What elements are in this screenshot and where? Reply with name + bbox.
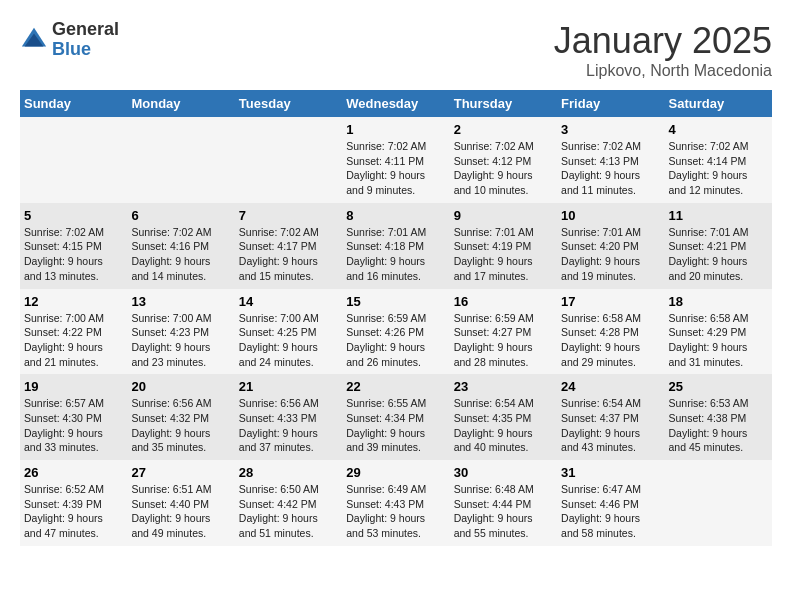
day-number: 16 — [454, 294, 553, 309]
calendar-cell: 4Sunrise: 7:02 AMSunset: 4:14 PMDaylight… — [665, 117, 772, 203]
logo-icon — [20, 26, 48, 54]
day-number: 14 — [239, 294, 338, 309]
day-info: Sunrise: 6:59 AMSunset: 4:26 PMDaylight:… — [346, 311, 445, 370]
day-info: Sunrise: 6:54 AMSunset: 4:37 PMDaylight:… — [561, 396, 660, 455]
calendar-cell: 23Sunrise: 6:54 AMSunset: 4:35 PMDayligh… — [450, 374, 557, 460]
day-info: Sunrise: 6:47 AMSunset: 4:46 PMDaylight:… — [561, 482, 660, 541]
day-number: 9 — [454, 208, 553, 223]
day-info: Sunrise: 7:02 AMSunset: 4:11 PMDaylight:… — [346, 139, 445, 198]
day-number: 28 — [239, 465, 338, 480]
calendar-cell: 17Sunrise: 6:58 AMSunset: 4:28 PMDayligh… — [557, 289, 664, 375]
calendar-cell: 8Sunrise: 7:01 AMSunset: 4:18 PMDaylight… — [342, 203, 449, 289]
calendar-cell: 9Sunrise: 7:01 AMSunset: 4:19 PMDaylight… — [450, 203, 557, 289]
day-number: 19 — [24, 379, 123, 394]
page-header: General Blue January 2025 Lipkovo, North… — [20, 20, 772, 80]
calendar-cell: 12Sunrise: 7:00 AMSunset: 4:22 PMDayligh… — [20, 289, 127, 375]
day-info: Sunrise: 7:01 AMSunset: 4:18 PMDaylight:… — [346, 225, 445, 284]
day-info: Sunrise: 6:55 AMSunset: 4:34 PMDaylight:… — [346, 396, 445, 455]
day-info: Sunrise: 6:53 AMSunset: 4:38 PMDaylight:… — [669, 396, 768, 455]
day-info: Sunrise: 6:54 AMSunset: 4:35 PMDaylight:… — [454, 396, 553, 455]
day-number: 23 — [454, 379, 553, 394]
calendar-table: SundayMondayTuesdayWednesdayThursdayFrid… — [20, 90, 772, 546]
calendar-subtitle: Lipkovo, North Macedonia — [554, 62, 772, 80]
day-number: 1 — [346, 122, 445, 137]
calendar-cell: 18Sunrise: 6:58 AMSunset: 4:29 PMDayligh… — [665, 289, 772, 375]
calendar-cell: 15Sunrise: 6:59 AMSunset: 4:26 PMDayligh… — [342, 289, 449, 375]
day-number: 3 — [561, 122, 660, 137]
calendar-cell: 27Sunrise: 6:51 AMSunset: 4:40 PMDayligh… — [127, 460, 234, 546]
day-info: Sunrise: 6:48 AMSunset: 4:44 PMDaylight:… — [454, 482, 553, 541]
day-info: Sunrise: 6:57 AMSunset: 4:30 PMDaylight:… — [24, 396, 123, 455]
calendar-cell: 16Sunrise: 6:59 AMSunset: 4:27 PMDayligh… — [450, 289, 557, 375]
calendar-cell: 26Sunrise: 6:52 AMSunset: 4:39 PMDayligh… — [20, 460, 127, 546]
day-info: Sunrise: 7:00 AMSunset: 4:25 PMDaylight:… — [239, 311, 338, 370]
day-number: 17 — [561, 294, 660, 309]
day-number: 24 — [561, 379, 660, 394]
weekday-header-row: SundayMondayTuesdayWednesdayThursdayFrid… — [20, 90, 772, 117]
day-info: Sunrise: 6:50 AMSunset: 4:42 PMDaylight:… — [239, 482, 338, 541]
day-info: Sunrise: 6:58 AMSunset: 4:28 PMDaylight:… — [561, 311, 660, 370]
calendar-cell: 7Sunrise: 7:02 AMSunset: 4:17 PMDaylight… — [235, 203, 342, 289]
logo-text-general: General — [52, 20, 119, 40]
week-row-1: 1Sunrise: 7:02 AMSunset: 4:11 PMDaylight… — [20, 117, 772, 203]
calendar-cell — [235, 117, 342, 203]
calendar-cell: 28Sunrise: 6:50 AMSunset: 4:42 PMDayligh… — [235, 460, 342, 546]
calendar-cell: 1Sunrise: 7:02 AMSunset: 4:11 PMDaylight… — [342, 117, 449, 203]
day-number: 2 — [454, 122, 553, 137]
logo-text-blue: Blue — [52, 40, 119, 60]
day-info: Sunrise: 6:52 AMSunset: 4:39 PMDaylight:… — [24, 482, 123, 541]
calendar-cell: 31Sunrise: 6:47 AMSunset: 4:46 PMDayligh… — [557, 460, 664, 546]
weekday-header-wednesday: Wednesday — [342, 90, 449, 117]
day-info: Sunrise: 7:02 AMSunset: 4:15 PMDaylight:… — [24, 225, 123, 284]
calendar-cell: 25Sunrise: 6:53 AMSunset: 4:38 PMDayligh… — [665, 374, 772, 460]
day-number: 29 — [346, 465, 445, 480]
day-info: Sunrise: 7:02 AMSunset: 4:16 PMDaylight:… — [131, 225, 230, 284]
day-number: 30 — [454, 465, 553, 480]
title-section: January 2025 Lipkovo, North Macedonia — [554, 20, 772, 80]
day-info: Sunrise: 7:01 AMSunset: 4:20 PMDaylight:… — [561, 225, 660, 284]
calendar-cell: 14Sunrise: 7:00 AMSunset: 4:25 PMDayligh… — [235, 289, 342, 375]
week-row-5: 26Sunrise: 6:52 AMSunset: 4:39 PMDayligh… — [20, 460, 772, 546]
logo: General Blue — [20, 20, 119, 60]
day-number: 10 — [561, 208, 660, 223]
calendar-cell: 5Sunrise: 7:02 AMSunset: 4:15 PMDaylight… — [20, 203, 127, 289]
calendar-cell — [127, 117, 234, 203]
day-number: 25 — [669, 379, 768, 394]
day-info: Sunrise: 6:56 AMSunset: 4:33 PMDaylight:… — [239, 396, 338, 455]
calendar-cell: 11Sunrise: 7:01 AMSunset: 4:21 PMDayligh… — [665, 203, 772, 289]
day-number: 5 — [24, 208, 123, 223]
calendar-cell: 3Sunrise: 7:02 AMSunset: 4:13 PMDaylight… — [557, 117, 664, 203]
day-info: Sunrise: 6:56 AMSunset: 4:32 PMDaylight:… — [131, 396, 230, 455]
weekday-header-tuesday: Tuesday — [235, 90, 342, 117]
day-info: Sunrise: 7:02 AMSunset: 4:13 PMDaylight:… — [561, 139, 660, 198]
calendar-cell: 21Sunrise: 6:56 AMSunset: 4:33 PMDayligh… — [235, 374, 342, 460]
calendar-cell: 29Sunrise: 6:49 AMSunset: 4:43 PMDayligh… — [342, 460, 449, 546]
calendar-cell — [20, 117, 127, 203]
day-info: Sunrise: 6:58 AMSunset: 4:29 PMDaylight:… — [669, 311, 768, 370]
day-info: Sunrise: 7:00 AMSunset: 4:22 PMDaylight:… — [24, 311, 123, 370]
day-number: 7 — [239, 208, 338, 223]
calendar-cell — [665, 460, 772, 546]
calendar-title: January 2025 — [554, 20, 772, 62]
day-info: Sunrise: 6:51 AMSunset: 4:40 PMDaylight:… — [131, 482, 230, 541]
day-number: 21 — [239, 379, 338, 394]
day-info: Sunrise: 7:01 AMSunset: 4:21 PMDaylight:… — [669, 225, 768, 284]
day-number: 4 — [669, 122, 768, 137]
day-number: 20 — [131, 379, 230, 394]
day-info: Sunrise: 6:49 AMSunset: 4:43 PMDaylight:… — [346, 482, 445, 541]
day-info: Sunrise: 6:59 AMSunset: 4:27 PMDaylight:… — [454, 311, 553, 370]
week-row-3: 12Sunrise: 7:00 AMSunset: 4:22 PMDayligh… — [20, 289, 772, 375]
day-number: 13 — [131, 294, 230, 309]
calendar-cell: 19Sunrise: 6:57 AMSunset: 4:30 PMDayligh… — [20, 374, 127, 460]
calendar-body: 1Sunrise: 7:02 AMSunset: 4:11 PMDaylight… — [20, 117, 772, 546]
day-info: Sunrise: 7:02 AMSunset: 4:12 PMDaylight:… — [454, 139, 553, 198]
calendar-cell: 20Sunrise: 6:56 AMSunset: 4:32 PMDayligh… — [127, 374, 234, 460]
week-row-4: 19Sunrise: 6:57 AMSunset: 4:30 PMDayligh… — [20, 374, 772, 460]
weekday-header-monday: Monday — [127, 90, 234, 117]
day-number: 12 — [24, 294, 123, 309]
day-number: 15 — [346, 294, 445, 309]
day-number: 18 — [669, 294, 768, 309]
calendar-cell: 22Sunrise: 6:55 AMSunset: 4:34 PMDayligh… — [342, 374, 449, 460]
day-number: 8 — [346, 208, 445, 223]
day-number: 26 — [24, 465, 123, 480]
